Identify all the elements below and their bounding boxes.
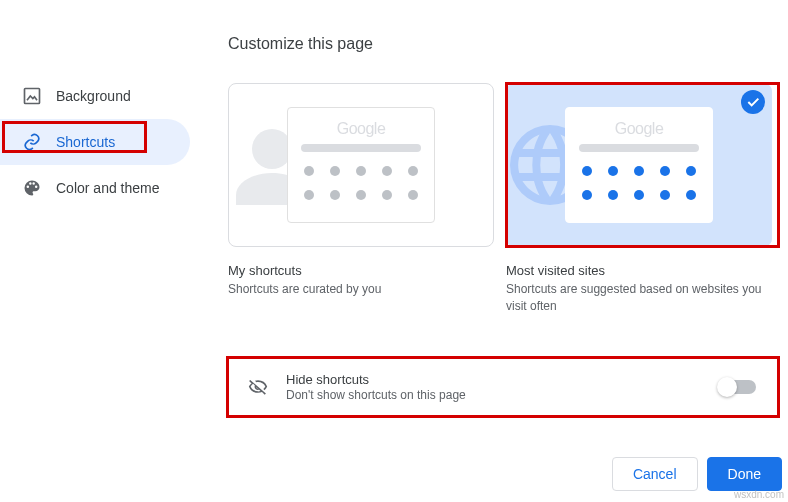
visibility-off-icon (248, 377, 268, 397)
cancel-button[interactable]: Cancel (612, 457, 698, 491)
hide-heading: Hide shortcuts (286, 372, 720, 387)
hide-shortcuts-row: Hide shortcuts Don't show shortcuts on t… (228, 359, 776, 415)
mini-browser-preview: Google (287, 107, 435, 223)
page-title: Customize this page (228, 35, 373, 53)
option-heading: My shortcuts (228, 263, 494, 278)
google-logo-text: Google (337, 120, 386, 138)
svg-rect-0 (25, 89, 40, 104)
mini-search-bar (301, 144, 421, 152)
sidebar-item-color[interactable]: Color and theme (0, 165, 190, 211)
done-label: Done (728, 466, 761, 482)
sidebar: Background Shortcuts Color and theme (0, 73, 190, 211)
background-icon (22, 86, 42, 106)
option-heading: Most visited sites (506, 263, 772, 278)
shortcut-dots (582, 166, 696, 200)
card-labels: My shortcuts Shortcuts are curated by yo… (228, 263, 772, 315)
watermark-text: wsxdn.com (734, 489, 784, 500)
sidebar-item-shortcuts[interactable]: Shortcuts (0, 119, 190, 165)
sidebar-item-label: Background (56, 88, 131, 104)
cancel-label: Cancel (633, 466, 677, 482)
card-my-shortcuts[interactable]: Google (228, 83, 494, 247)
google-logo-text: Google (615, 120, 664, 138)
sidebar-item-label: Color and theme (56, 180, 160, 196)
hide-texts: Hide shortcuts Don't show shortcuts on t… (286, 372, 720, 402)
shortcut-dots (304, 166, 418, 200)
label-most-visited: Most visited sites Shortcuts are suggest… (506, 263, 772, 315)
palette-icon (22, 178, 42, 198)
done-button[interactable]: Done (707, 457, 782, 491)
label-my-shortcuts: My shortcuts Shortcuts are curated by yo… (228, 263, 494, 315)
sidebar-item-label: Shortcuts (56, 134, 115, 150)
svg-point-1 (252, 129, 292, 169)
dialog-buttons: Cancel Done (612, 457, 782, 491)
hide-sub: Don't show shortcuts on this page (286, 388, 720, 402)
option-sub: Shortcuts are curated by you (228, 281, 494, 298)
mini-browser-preview: Google (565, 107, 713, 223)
check-badge-icon (741, 90, 765, 114)
link-icon (22, 132, 42, 152)
mini-search-bar (579, 144, 699, 152)
hide-toggle[interactable] (720, 380, 756, 394)
option-sub: Shortcuts are suggested based on website… (506, 281, 772, 315)
card-most-visited[interactable]: Google (506, 83, 772, 247)
option-cards: Google Google (228, 83, 772, 247)
sidebar-item-background[interactable]: Background (0, 73, 190, 119)
